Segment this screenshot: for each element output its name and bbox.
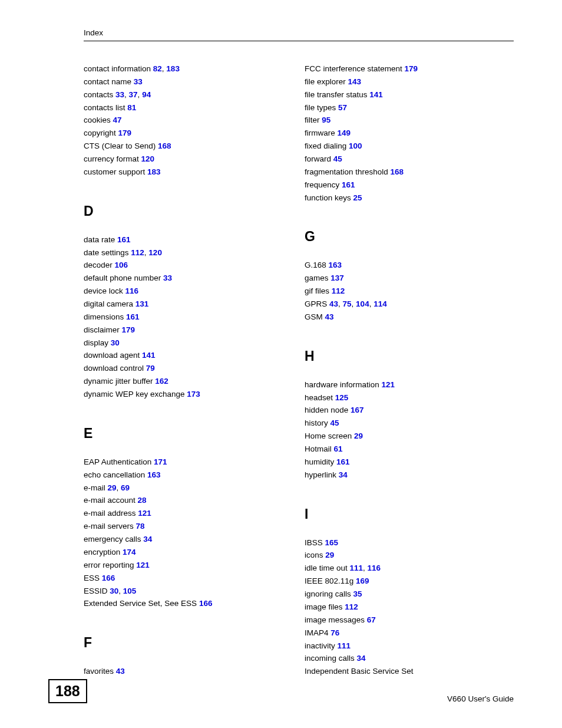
page-link[interactable]: 100 xyxy=(349,141,362,150)
page-link[interactable]: 179 xyxy=(405,64,418,73)
page-link[interactable]: 57 xyxy=(338,103,347,112)
index-entry: e-mail 29, 69 xyxy=(84,482,293,495)
section-heading: I xyxy=(305,506,514,522)
page-container: Index contact information 82, 183contact… xyxy=(0,0,562,728)
page-link[interactable]: 121 xyxy=(136,561,150,569)
page-link[interactable]: 162 xyxy=(155,377,168,386)
page-link[interactable]: 112 xyxy=(131,248,144,257)
page-link[interactable]: 105 xyxy=(123,587,137,595)
page-link[interactable]: 161 xyxy=(342,180,355,189)
page-link[interactable]: 33 xyxy=(163,274,172,282)
page-link[interactable]: 179 xyxy=(118,129,132,137)
index-entry: fixed dialing 100 xyxy=(305,140,514,153)
page-link[interactable]: 112 xyxy=(345,602,358,611)
page-link[interactable]: 43 xyxy=(116,667,125,676)
index-entry: hyperlink 34 xyxy=(305,469,514,482)
page-link[interactable]: 95 xyxy=(322,116,330,124)
index-term: echo cancellation xyxy=(84,470,147,479)
page-link[interactable]: 30 xyxy=(111,338,120,347)
page-link[interactable]: 30 xyxy=(110,587,118,595)
page-link[interactable]: 67 xyxy=(367,615,376,624)
page-link[interactable]: 34 xyxy=(339,470,348,479)
page-link[interactable]: 183 xyxy=(166,64,180,73)
page-link[interactable]: 116 xyxy=(368,564,381,572)
page-link[interactable]: 173 xyxy=(187,390,200,398)
page-link[interactable]: 76 xyxy=(330,628,339,637)
page-link[interactable]: 104 xyxy=(356,299,369,308)
index-entry: e-mail account 28 xyxy=(84,494,293,507)
page-link[interactable]: 25 xyxy=(353,193,362,202)
page-link[interactable]: 149 xyxy=(338,129,351,137)
page-link[interactable]: 165 xyxy=(325,538,339,547)
page-link[interactable]: 179 xyxy=(122,325,135,334)
page-link[interactable]: 29 xyxy=(325,551,334,559)
page-link[interactable]: 167 xyxy=(351,406,364,414)
page-link[interactable]: 141 xyxy=(369,90,383,99)
index-term: cookies xyxy=(84,116,113,124)
page-link[interactable]: 143 xyxy=(348,77,362,86)
page-link[interactable]: 28 xyxy=(138,496,147,505)
index-entry: hardware information 121 xyxy=(305,378,514,391)
page-link[interactable]: 45 xyxy=(330,419,339,427)
index-entry: headset 125 xyxy=(305,391,514,404)
page-link[interactable]: 35 xyxy=(353,589,362,598)
page-link[interactable]: 75 xyxy=(343,299,352,308)
page-link[interactable]: 94 xyxy=(142,90,151,99)
page-link[interactable]: 69 xyxy=(121,483,130,492)
page-link[interactable]: 112 xyxy=(332,286,345,295)
page-link[interactable]: 137 xyxy=(330,274,344,282)
page-link[interactable]: 33 xyxy=(115,90,124,99)
page-link[interactable]: 111 xyxy=(338,641,351,650)
page-link[interactable]: 33 xyxy=(134,77,143,86)
page-link[interactable]: 141 xyxy=(142,351,156,360)
page-link[interactable]: 120 xyxy=(141,154,155,163)
index-entry: filter 95 xyxy=(305,114,514,127)
page-link[interactable]: 166 xyxy=(102,574,115,582)
page-link[interactable]: 78 xyxy=(136,522,145,531)
page-link[interactable]: 43 xyxy=(329,299,338,308)
index-term: decoder xyxy=(84,261,115,269)
page-link[interactable]: 166 xyxy=(199,599,213,608)
page-link[interactable]: 34 xyxy=(143,535,152,543)
page-link[interactable]: 161 xyxy=(117,235,131,244)
index-term: disclaimer xyxy=(84,325,122,334)
page-link[interactable]: 174 xyxy=(123,548,136,556)
index-entry: IMAP4 76 xyxy=(305,627,514,640)
index-term: ignoring calls xyxy=(305,589,353,598)
page-link[interactable]: 168 xyxy=(158,141,171,150)
page-link[interactable]: 171 xyxy=(154,457,167,466)
page-link[interactable]: 111 xyxy=(350,564,363,572)
page-link[interactable]: 161 xyxy=(336,457,350,466)
page-link[interactable]: 168 xyxy=(391,167,404,176)
page-link[interactable]: 106 xyxy=(115,261,128,269)
page-link[interactable]: 131 xyxy=(135,299,149,308)
page-link[interactable]: 47 xyxy=(113,116,122,124)
page-link[interactable]: 29 xyxy=(354,431,363,440)
page-link[interactable]: 82 xyxy=(153,64,162,73)
index-term: file explorer xyxy=(305,77,348,86)
page-link[interactable]: 29 xyxy=(108,483,117,492)
index-term: error reporting xyxy=(84,561,136,569)
right-column: FCC interference statement 179file explo… xyxy=(305,62,514,678)
page-link[interactable]: 43 xyxy=(325,312,334,321)
page-link[interactable]: 121 xyxy=(382,380,395,389)
page-link[interactable]: 125 xyxy=(335,393,349,402)
page-link[interactable]: 163 xyxy=(329,261,342,269)
page-link[interactable]: 121 xyxy=(138,509,151,518)
page-link[interactable]: 120 xyxy=(148,248,162,257)
page-link[interactable]: 169 xyxy=(356,577,369,585)
page-link[interactable]: 34 xyxy=(357,654,366,663)
page-link[interactable]: 45 xyxy=(333,154,342,163)
page-link[interactable]: 81 xyxy=(127,103,136,112)
page-link[interactable]: 61 xyxy=(334,444,343,453)
page-link[interactable]: 183 xyxy=(147,167,161,176)
index-entry: encryption 174 xyxy=(84,546,293,559)
page-link[interactable]: 37 xyxy=(129,90,138,99)
page-link[interactable]: 116 xyxy=(125,286,139,295)
index-term: history xyxy=(305,419,330,427)
index-entry: decoder 106 xyxy=(84,259,293,272)
page-link[interactable]: 163 xyxy=(147,470,161,479)
page-link[interactable]: 79 xyxy=(146,364,155,373)
page-link[interactable]: 114 xyxy=(373,299,387,308)
page-link[interactable]: 161 xyxy=(126,312,140,321)
